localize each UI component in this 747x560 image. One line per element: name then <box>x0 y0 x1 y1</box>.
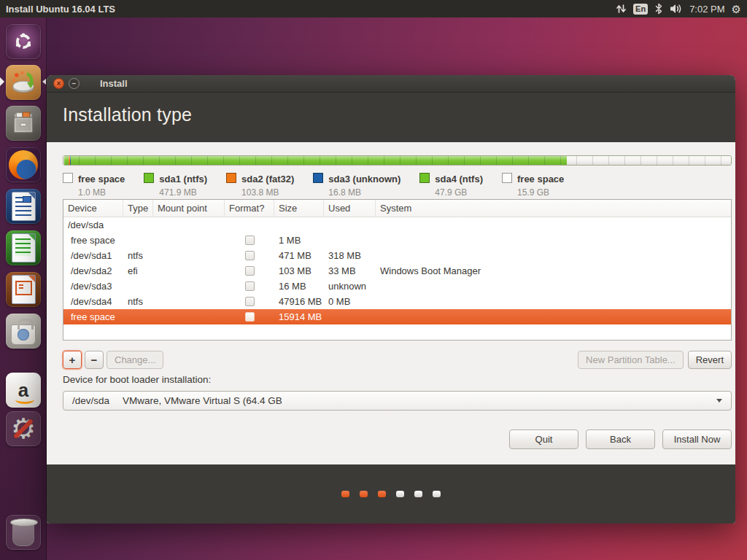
size-cell: 103 MB <box>274 265 324 276</box>
amazon-launcher-item[interactable]: a <box>6 373 41 408</box>
device-cell: /dev/sda3 <box>63 281 123 292</box>
format-checkbox[interactable] <box>245 251 255 260</box>
page-title: Installation type <box>47 93 735 125</box>
table-row-free-space[interactable]: free space 1 MB <box>63 233 731 248</box>
device-cell: free space <box>63 235 123 246</box>
volume-icon[interactable] <box>670 3 683 15</box>
sda3-swatch <box>313 173 323 183</box>
running-app-arrow <box>0 77 4 86</box>
top-menu-bar: Install Ubuntu 16.04 LTS En 7:02 PM ⚙ <box>0 0 747 18</box>
legend-size: 16.8 MB <box>328 187 361 198</box>
column-header-size: Size <box>274 200 324 217</box>
close-icon: × <box>57 79 61 88</box>
type-cell: ntfs <box>123 250 153 261</box>
sda4-swatch <box>419 173 430 183</box>
window-title: Install <box>100 78 128 89</box>
progress-dot <box>414 491 422 497</box>
bluetooth-icon[interactable] <box>654 3 663 15</box>
legend-size: 1.0 MB <box>78 187 106 198</box>
legend-label: free space <box>517 174 564 184</box>
bootloader-label: Device for boot loader installation: <box>63 374 211 385</box>
table-row-disk-group[interactable]: /dev/sda <box>63 217 731 233</box>
format-checkbox[interactable] <box>245 297 255 306</box>
installation-type-content: free space 1.0 MB sda1 (ntfs) 471.9 MB s… <box>47 142 735 464</box>
size-cell: 1 MB <box>274 235 324 246</box>
add-partition-button[interactable]: + <box>63 351 82 369</box>
minimize-icon: − <box>72 79 77 88</box>
format-checkbox[interactable] <box>245 312 255 322</box>
remove-partition-button[interactable]: − <box>85 351 104 369</box>
legend-item: free space 15.9 GB <box>502 172 564 198</box>
bar-segment-free-space-2 <box>567 156 731 165</box>
trash-launcher-item[interactable] <box>6 515 41 550</box>
format-checkbox[interactable] <box>245 281 255 291</box>
table-row-sda2[interactable]: /dev/sda2 efi 103 MB 33 MB Windows Boot … <box>63 263 731 279</box>
system-settings-launcher-item[interactable]: ⚙ <box>6 411 41 446</box>
install-ubuntu-launcher-item[interactable] <box>6 65 41 100</box>
device-cell: /dev/sda4 <box>63 296 123 307</box>
close-button[interactable]: × <box>53 78 64 89</box>
text-input-arrows-icon[interactable] <box>616 3 627 15</box>
back-button[interactable]: Back <box>586 429 655 449</box>
table-row-free-space-selected[interactable]: free space 15914 MB <box>63 309 731 324</box>
change-partition-button[interactable]: Change... <box>107 351 163 369</box>
column-header-type: Type <box>123 200 153 217</box>
install-disk-icon <box>9 68 38 97</box>
type-cell: efi <box>123 265 153 276</box>
libreoffice-writer-launcher-item[interactable] <box>6 189 41 224</box>
used-cell: 0 MB <box>324 296 376 307</box>
libreoffice-impress-launcher-item[interactable] <box>6 272 41 307</box>
column-header-device: Device <box>63 200 123 217</box>
install-window: × − Install Installation type free space… <box>47 75 735 524</box>
firefox-launcher-item[interactable] <box>6 147 41 182</box>
size-cell: 471 MB <box>274 250 324 261</box>
legend-size: 103.8 MB <box>241 187 279 198</box>
amazon-icon: a <box>18 381 28 400</box>
minimize-button[interactable]: − <box>69 78 80 89</box>
ubuntu-software-launcher-item[interactable] <box>6 314 41 349</box>
new-partition-table-button[interactable]: New Partition Table... <box>578 351 684 369</box>
install-now-button[interactable]: Install Now <box>662 429 732 449</box>
table-header: Device Type Mount point Format? Size Use… <box>63 200 731 217</box>
column-header-used: Used <box>324 200 376 217</box>
firefox-icon <box>9 150 38 179</box>
legend-size: 15.9 GB <box>517 187 549 198</box>
keyboard-layout-indicator[interactable]: En <box>633 4 648 15</box>
legend-size: 471.9 MB <box>159 187 196 198</box>
revert-button[interactable]: Revert <box>688 351 732 369</box>
sda1-swatch <box>144 173 154 183</box>
libreoffice-calc-launcher-item[interactable] <box>6 230 41 265</box>
bootloader-device-value: /dev/sda <box>72 395 109 406</box>
bootloader-device-select[interactable]: /dev/sda VMware, VMware Virtual S (64.4 … <box>63 391 732 411</box>
bootloader-device-description: VMware, VMware Virtual S (64.4 GB <box>123 395 282 406</box>
dialog-actions: Quit Back Install Now <box>509 429 732 449</box>
format-checkbox[interactable] <box>245 266 255 276</box>
session-gear-icon[interactable]: ⚙ <box>732 4 741 15</box>
column-header-system: System <box>376 200 731 217</box>
impress-presentation-icon <box>12 275 36 304</box>
progress-footer <box>47 464 735 524</box>
progress-dot <box>360 491 368 497</box>
chevron-down-icon <box>716 399 722 402</box>
legend-label: sda1 (ntfs) <box>159 174 207 184</box>
table-row-sda3[interactable]: /dev/sda3 16 MB unknown <box>63 279 731 294</box>
step-header: Installation type <box>47 93 735 142</box>
quit-button[interactable]: Quit <box>509 429 578 449</box>
partition-legend: free space 1.0 MB sda1 (ntfs) 471.9 MB s… <box>63 172 564 198</box>
files-launcher-item[interactable] <box>6 106 41 141</box>
free-space-swatch <box>63 173 73 183</box>
format-checkbox[interactable] <box>245 236 255 245</box>
column-header-mount-point: Mount point <box>153 200 225 217</box>
table-row-sda4[interactable]: /dev/sda4 ntfs 47916 MB 0 MB <box>63 294 731 309</box>
window-titlebar[interactable]: × − Install <box>47 75 735 93</box>
software-bag-icon <box>11 324 36 345</box>
clock[interactable]: 7:02 PM <box>689 4 724 15</box>
table-row-sda1[interactable]: /dev/sda1 ntfs 471 MB 318 MB <box>63 248 731 263</box>
dash-home-button[interactable] <box>6 24 41 59</box>
legend-item: sda2 (fat32) 103.8 MB <box>226 172 294 198</box>
bar-segment-sda4 <box>71 156 567 165</box>
sda2-swatch <box>226 173 236 183</box>
progress-dot <box>396 491 404 497</box>
free-space-swatch <box>502 173 512 183</box>
writer-document-icon <box>12 192 36 221</box>
